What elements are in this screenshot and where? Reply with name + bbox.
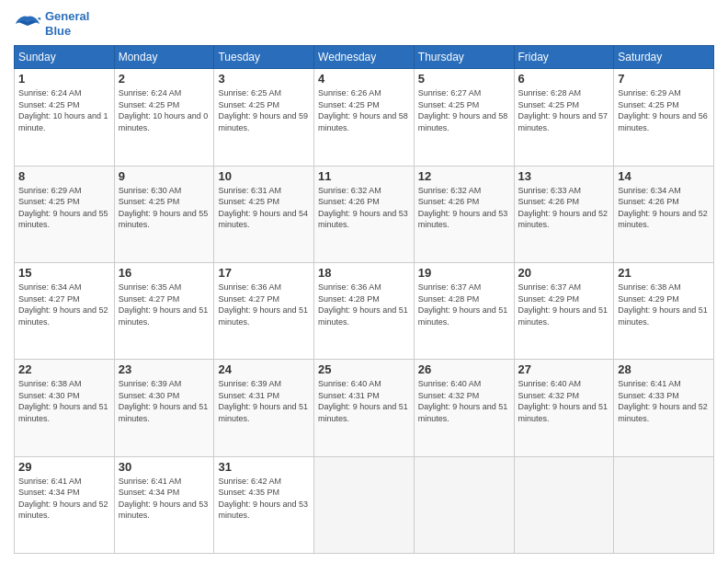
calendar-cell: 18Sunrise: 6:36 AMSunset: 4:28 PMDayligh… (314, 262, 415, 359)
calendar-header-tuesday: Tuesday (214, 46, 314, 69)
day-number: 30 (119, 460, 210, 474)
day-info: Sunrise: 6:41 AMSunset: 4:34 PMDaylight:… (119, 476, 210, 522)
calendar-cell: 28Sunrise: 6:41 AMSunset: 4:33 PMDayligh… (614, 360, 714, 456)
calendar-cell: 3Sunrise: 6:25 AMSunset: 4:25 PMDaylight… (214, 69, 314, 166)
calendar-cell: 30Sunrise: 6:41 AMSunset: 4:34 PMDayligh… (114, 456, 214, 553)
day-number: 28 (618, 362, 710, 376)
calendar-cell: 4Sunrise: 6:26 AMSunset: 4:25 PMDaylight… (314, 69, 415, 166)
day-number: 5 (418, 72, 510, 86)
day-info: Sunrise: 6:42 AMSunset: 4:35 PMDaylight:… (218, 476, 310, 522)
logo: General Blue (14, 9, 89, 38)
day-info: Sunrise: 6:41 AMSunset: 4:34 PMDaylight:… (18, 476, 110, 522)
day-info: Sunrise: 6:32 AMSunset: 4:26 PMDaylight:… (318, 185, 410, 231)
day-number: 8 (18, 169, 110, 183)
day-info: Sunrise: 6:38 AMSunset: 4:29 PMDaylight:… (618, 282, 710, 327)
calendar-cell (314, 456, 415, 553)
day-number: 24 (218, 362, 310, 376)
day-number: 3 (218, 72, 310, 86)
calendar-header-monday: Monday (114, 46, 214, 69)
calendar-cell: 24Sunrise: 6:39 AMSunset: 4:31 PMDayligh… (214, 360, 314, 456)
calendar-cell: 21Sunrise: 6:38 AMSunset: 4:29 PMDayligh… (614, 262, 714, 359)
day-info: Sunrise: 6:40 AMSunset: 4:32 PMDaylight:… (418, 378, 510, 424)
day-info: Sunrise: 6:40 AMSunset: 4:31 PMDaylight:… (318, 378, 410, 424)
day-info: Sunrise: 6:29 AMSunset: 4:25 PMDaylight:… (618, 87, 710, 133)
day-info: Sunrise: 6:34 AMSunset: 4:27 PMDaylight:… (18, 282, 110, 327)
logo-text: General Blue (45, 9, 89, 38)
day-number: 31 (218, 460, 310, 474)
calendar-cell: 27Sunrise: 6:40 AMSunset: 4:32 PMDayligh… (514, 360, 614, 456)
day-number: 26 (418, 362, 510, 376)
day-number: 18 (318, 266, 410, 280)
day-info: Sunrise: 6:40 AMSunset: 4:32 PMDaylight:… (518, 378, 610, 424)
calendar-table: SundayMondayTuesdayWednesdayThursdayFrid… (14, 45, 714, 554)
calendar-cell: 11Sunrise: 6:32 AMSunset: 4:26 PMDayligh… (314, 166, 415, 262)
calendar-header-thursday: Thursday (414, 46, 514, 69)
calendar-cell: 6Sunrise: 6:28 AMSunset: 4:25 PMDaylight… (514, 69, 614, 166)
day-number: 12 (418, 169, 510, 183)
calendar-week-3: 15Sunrise: 6:34 AMSunset: 4:27 PMDayligh… (15, 262, 714, 359)
calendar-week-1: 1Sunrise: 6:24 AMSunset: 4:25 PMDaylight… (15, 69, 714, 166)
day-number: 19 (418, 266, 510, 280)
day-info: Sunrise: 6:36 AMSunset: 4:28 PMDaylight:… (318, 282, 410, 327)
day-info: Sunrise: 6:33 AMSunset: 4:26 PMDaylight:… (518, 185, 610, 231)
calendar-cell: 14Sunrise: 6:34 AMSunset: 4:26 PMDayligh… (614, 166, 714, 262)
day-number: 17 (218, 266, 310, 280)
day-number: 14 (618, 169, 710, 183)
day-number: 15 (18, 266, 110, 280)
calendar-cell: 10Sunrise: 6:31 AMSunset: 4:25 PMDayligh… (214, 166, 314, 262)
day-number: 27 (518, 362, 610, 376)
day-info: Sunrise: 6:38 AMSunset: 4:30 PMDaylight:… (18, 378, 110, 424)
calendar-cell: 20Sunrise: 6:37 AMSunset: 4:29 PMDayligh… (514, 262, 614, 359)
day-number: 23 (119, 362, 210, 376)
day-info: Sunrise: 6:26 AMSunset: 4:25 PMDaylight:… (318, 87, 410, 133)
day-info: Sunrise: 6:32 AMSunset: 4:26 PMDaylight:… (418, 185, 510, 231)
calendar-cell: 5Sunrise: 6:27 AMSunset: 4:25 PMDaylight… (414, 69, 514, 166)
calendar-cell: 7Sunrise: 6:29 AMSunset: 4:25 PMDaylight… (614, 69, 714, 166)
day-info: Sunrise: 6:28 AMSunset: 4:25 PMDaylight:… (518, 87, 610, 133)
calendar-cell: 17Sunrise: 6:36 AMSunset: 4:27 PMDayligh… (214, 262, 314, 359)
calendar-cell: 8Sunrise: 6:29 AMSunset: 4:25 PMDaylight… (15, 166, 115, 262)
calendar-cell: 23Sunrise: 6:39 AMSunset: 4:30 PMDayligh… (114, 360, 214, 456)
day-number: 2 (119, 72, 210, 86)
day-info: Sunrise: 6:41 AMSunset: 4:33 PMDaylight:… (618, 378, 710, 424)
calendar-cell: 9Sunrise: 6:30 AMSunset: 4:25 PMDaylight… (114, 166, 214, 262)
day-info: Sunrise: 6:37 AMSunset: 4:29 PMDaylight:… (518, 282, 610, 327)
day-number: 22 (18, 362, 110, 376)
calendar-header-friday: Friday (514, 46, 614, 69)
day-number: 13 (518, 169, 610, 183)
day-number: 4 (318, 72, 410, 86)
calendar-cell: 15Sunrise: 6:34 AMSunset: 4:27 PMDayligh… (15, 262, 115, 359)
day-info: Sunrise: 6:29 AMSunset: 4:25 PMDaylight:… (18, 185, 110, 231)
day-number: 9 (119, 169, 210, 183)
calendar-cell: 2Sunrise: 6:24 AMSunset: 4:25 PMDaylight… (114, 69, 214, 166)
calendar-cell: 31Sunrise: 6:42 AMSunset: 4:35 PMDayligh… (214, 456, 314, 553)
calendar-header-sunday: Sunday (15, 46, 115, 69)
day-info: Sunrise: 6:34 AMSunset: 4:26 PMDaylight:… (618, 185, 710, 231)
calendar-cell: 29Sunrise: 6:41 AMSunset: 4:34 PMDayligh… (15, 456, 115, 553)
calendar-cell: 22Sunrise: 6:38 AMSunset: 4:30 PMDayligh… (15, 360, 115, 456)
calendar-week-4: 22Sunrise: 6:38 AMSunset: 4:30 PMDayligh… (15, 360, 714, 456)
day-number: 25 (318, 362, 410, 376)
calendar-cell: 12Sunrise: 6:32 AMSunset: 4:26 PMDayligh… (414, 166, 514, 262)
day-number: 11 (318, 169, 410, 183)
calendar-cell (414, 456, 514, 553)
logo-icon (14, 13, 41, 35)
day-info: Sunrise: 6:30 AMSunset: 4:25 PMDaylight:… (119, 185, 210, 231)
day-number: 1 (18, 72, 110, 86)
day-info: Sunrise: 6:31 AMSunset: 4:25 PMDaylight:… (218, 185, 310, 231)
calendar-cell: 13Sunrise: 6:33 AMSunset: 4:26 PMDayligh… (514, 166, 614, 262)
calendar-cell (514, 456, 614, 553)
day-number: 20 (518, 266, 610, 280)
day-info: Sunrise: 6:37 AMSunset: 4:28 PMDaylight:… (418, 282, 510, 327)
calendar-cell: 25Sunrise: 6:40 AMSunset: 4:31 PMDayligh… (314, 360, 415, 456)
header: General Blue (14, 9, 714, 38)
calendar-header-wednesday: Wednesday (314, 46, 415, 69)
day-number: 6 (518, 72, 610, 86)
day-info: Sunrise: 6:24 AMSunset: 4:25 PMDaylight:… (18, 87, 110, 133)
day-info: Sunrise: 6:39 AMSunset: 4:31 PMDaylight:… (218, 378, 310, 424)
calendar-cell (614, 456, 714, 553)
calendar-cell: 1Sunrise: 6:24 AMSunset: 4:25 PMDaylight… (15, 69, 115, 166)
calendar-header-saturday: Saturday (614, 46, 714, 69)
day-info: Sunrise: 6:27 AMSunset: 4:25 PMDaylight:… (418, 87, 510, 133)
day-number: 29 (18, 460, 110, 474)
